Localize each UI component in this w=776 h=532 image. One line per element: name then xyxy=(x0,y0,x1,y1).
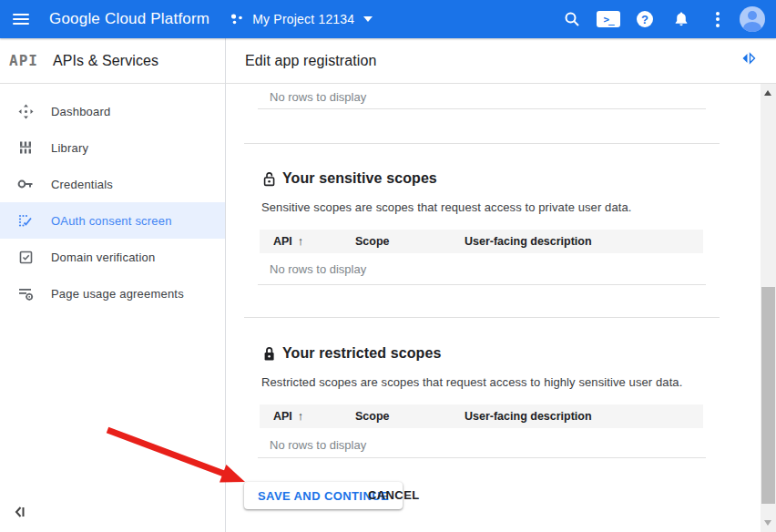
divider xyxy=(258,284,706,285)
sensitive-scopes-heading: Your sensitive scopes xyxy=(262,170,437,187)
cloud-shell-glyph: >_ xyxy=(597,11,620,27)
restricted-scopes-heading: Your restricted scopes xyxy=(262,345,441,362)
lock-open-icon xyxy=(262,171,276,187)
sidebar-item-dashboard[interactable]: Dashboard xyxy=(0,93,225,129)
help-icon[interactable]: ? xyxy=(627,0,663,38)
dashboard-icon xyxy=(15,104,36,119)
scrollbar-thumb[interactable] xyxy=(761,287,775,504)
menu-icon[interactable] xyxy=(0,0,42,38)
sidebar-item-label: Page usage agreements xyxy=(51,287,184,301)
project-name: My Project 12134 xyxy=(252,12,354,26)
api-logo: API xyxy=(9,52,38,69)
empty-table-message: No rows to display xyxy=(270,438,366,452)
sidebar-item-label: Domain verification xyxy=(51,251,155,264)
column-header-api[interactable]: API↑ xyxy=(273,404,303,428)
column-label: API xyxy=(273,410,292,423)
column-header-description[interactable]: User-facing description xyxy=(465,230,592,253)
help-glyph: ? xyxy=(637,11,653,27)
oauth-consent-icon xyxy=(15,213,36,228)
menu-icon-bars xyxy=(13,11,29,27)
notifications-icon[interactable] xyxy=(663,0,699,38)
sidebar: API APIs & Services Dashboard xyxy=(0,38,226,532)
sort-ascending-icon: ↑ xyxy=(298,234,304,248)
key-icon xyxy=(15,179,36,189)
sidebar-product-title: APIs & Services xyxy=(53,53,158,69)
search-icon[interactable] xyxy=(554,0,590,38)
table-header-row: API↑ Scope User-facing description xyxy=(260,404,703,428)
column-header-api[interactable]: API↑ xyxy=(273,230,303,253)
more-icon[interactable] xyxy=(699,0,736,38)
sidebar-item-label: Credentials xyxy=(51,178,113,191)
collapse-sidebar-icon[interactable] xyxy=(9,503,31,521)
sidebar-header: API APIs & Services xyxy=(0,38,225,84)
sidebar-item-domain-verification[interactable]: Domain verification xyxy=(0,239,225,275)
column-header-scope[interactable]: Scope xyxy=(355,230,390,253)
project-dots-icon xyxy=(230,12,245,26)
sidebar-item-label: OAuth consent screen xyxy=(51,214,172,228)
app-title: Google Cloud Platform xyxy=(49,10,209,28)
avatar-head xyxy=(748,11,757,20)
scroll-down-arrow[interactable] xyxy=(764,520,771,526)
section-title: Your restricted scopes xyxy=(282,345,441,362)
main-content: No rows to display Your sensitive scopes… xyxy=(226,84,761,532)
column-label: API xyxy=(273,235,292,248)
section-description: Sensitive scopes are scopes that request… xyxy=(261,200,632,214)
section-description: Restricted scopes are scopes that reques… xyxy=(261,375,682,389)
avatar-body xyxy=(743,22,761,32)
more-dots xyxy=(716,9,720,29)
lock-closed-icon xyxy=(262,346,276,362)
panel-toggle-icon[interactable] xyxy=(740,50,757,66)
sidebar-item-page-usage-agreements[interactable]: Page usage agreements xyxy=(0,275,225,312)
scroll-up-arrow[interactable] xyxy=(764,90,771,96)
column-header-description[interactable]: User-facing description xyxy=(465,404,592,428)
page-title: Edit app registration xyxy=(245,53,376,69)
vertical-scrollbar[interactable] xyxy=(761,84,776,532)
domain-verification-icon xyxy=(15,251,36,264)
sidebar-item-credentials[interactable]: Credentials xyxy=(0,166,225,202)
cloud-shell-icon[interactable]: >_ xyxy=(590,0,627,38)
empty-table-message: No rows to display xyxy=(270,90,366,104)
sidebar-item-library[interactable]: Library xyxy=(0,129,225,166)
divider xyxy=(258,457,706,458)
content-header: Edit app registration xyxy=(226,38,776,84)
divider xyxy=(258,108,706,109)
sidebar-nav: Dashboard Library xyxy=(0,84,225,312)
section-title: Your sensitive scopes xyxy=(282,170,437,187)
search-glyph xyxy=(564,11,580,27)
sidebar-item-label: Library xyxy=(51,141,88,155)
bell-glyph xyxy=(673,11,689,27)
top-app-bar: Google Cloud Platform My Project 12134 >… xyxy=(0,0,776,38)
sort-ascending-icon: ↑ xyxy=(298,409,304,423)
cancel-button[interactable]: CANCEL xyxy=(368,482,420,509)
section-divider xyxy=(244,317,720,318)
avatar[interactable] xyxy=(740,6,765,32)
project-selector[interactable]: My Project 12134 xyxy=(230,12,373,26)
library-icon xyxy=(15,140,36,155)
page-usage-icon xyxy=(15,287,36,301)
table-header-row: API↑ Scope User-facing description xyxy=(260,230,703,253)
chevron-down-icon xyxy=(363,16,373,22)
sidebar-item-oauth-consent-screen[interactable]: OAuth consent screen xyxy=(0,202,225,239)
column-header-scope[interactable]: Scope xyxy=(355,404,390,428)
sidebar-item-label: Dashboard xyxy=(51,105,110,118)
empty-table-message: No rows to display xyxy=(270,262,366,276)
section-divider xyxy=(244,143,720,144)
